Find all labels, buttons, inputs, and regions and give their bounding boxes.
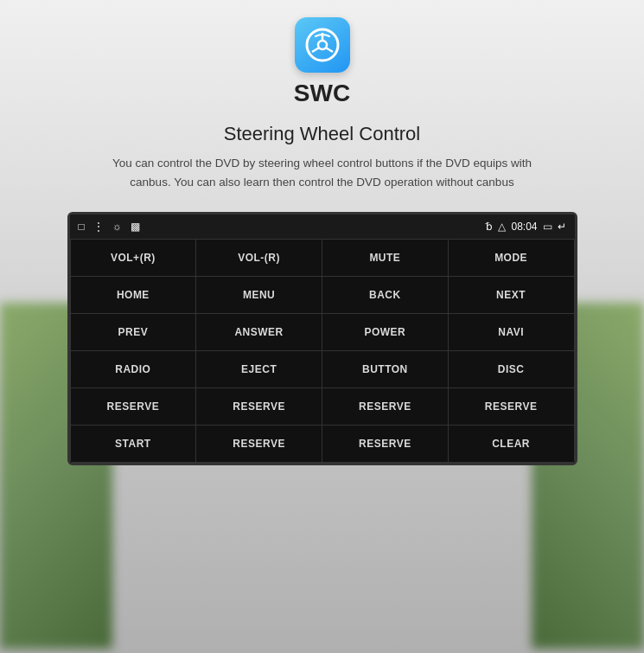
grid-cell-3-0[interactable]: RADIO	[70, 351, 196, 388]
grid-cell-2-3[interactable]: NAVI	[448, 314, 574, 351]
grid-cell-2-1[interactable]: ANSWER	[196, 314, 322, 351]
grid-cell-1-2[interactable]: BACK	[322, 277, 449, 314]
status-bar-left: □ ⋮ ☼ ▩	[79, 221, 140, 233]
screenshot-icon: ▩	[131, 221, 140, 233]
app-icon	[295, 17, 350, 73]
back-icon: ↵	[558, 221, 566, 233]
grid-cell-5-2[interactable]: RESERVE	[322, 426, 449, 463]
device-mockup: □ ⋮ ☼ ▩ ␢ △ 08:04 ▭ ↵ VOL+(R)VOL-(R)MUTE…	[67, 212, 577, 465]
grid-cell-1-0[interactable]: HOME	[70, 277, 196, 314]
app-icon-container	[295, 17, 350, 73]
swc-grid: VOL+(R)VOL-(R)MUTEMODEHOMEMENUBACKNEXTPR…	[70, 239, 575, 463]
home-icon: □	[79, 221, 85, 233]
grid-cell-1-3[interactable]: NEXT	[448, 277, 574, 314]
grid-cell-0-1[interactable]: VOL-(R)	[196, 240, 322, 277]
grid-cell-0-2[interactable]: MUTE	[322, 240, 449, 277]
grid-cell-4-1[interactable]: RESERVE	[196, 388, 322, 426]
grid-cell-3-1[interactable]: EJECT	[196, 351, 322, 388]
status-bar: □ ⋮ ☼ ▩ ␢ △ 08:04 ▭ ↵	[70, 214, 575, 239]
grid-cell-0-3[interactable]: MODE	[448, 240, 574, 277]
time-display: 08:04	[511, 221, 537, 233]
grid-cell-1-1[interactable]: MENU	[196, 277, 322, 314]
grid-cell-2-2[interactable]: POWER	[322, 314, 449, 351]
battery-icon: ▭	[543, 221, 552, 233]
grid-cell-3-2[interactable]: BUTTON	[322, 351, 449, 388]
grid-cell-3-3[interactable]: DISC	[448, 351, 574, 388]
menu-dots-icon: ⋮	[93, 221, 104, 233]
svg-line-3	[312, 48, 319, 53]
grid-cell-2-0[interactable]: PREV	[70, 314, 196, 351]
steering-wheel-icon	[303, 26, 341, 64]
status-bar-right: ␢ △ 08:04 ▭ ↵	[486, 221, 565, 233]
grid-cell-5-1[interactable]: RESERVE	[196, 426, 322, 463]
svg-line-4	[326, 48, 333, 53]
brightness-icon: ☼	[112, 221, 122, 233]
app-title: SWC	[294, 80, 350, 107]
svg-point-1	[318, 41, 327, 49]
page-content: SWC Steering Wheel Control You can contr…	[0, 0, 644, 465]
bluetooth-icon: ␢	[486, 221, 493, 233]
section-heading: Steering Wheel Control	[224, 123, 420, 145]
grid-cell-5-0[interactable]: START	[70, 426, 196, 463]
grid-cell-4-0[interactable]: RESERVE	[70, 388, 196, 426]
signal-icon: △	[498, 221, 506, 233]
grid-cell-0-0[interactable]: VOL+(R)	[70, 240, 196, 277]
grid-cell-4-3[interactable]: RESERVE	[448, 388, 574, 426]
grid-cell-4-2[interactable]: RESERVE	[322, 388, 449, 426]
grid-cell-5-3[interactable]: CLEAR	[448, 426, 574, 463]
section-description: You can control the DVD by steering whee…	[106, 154, 539, 191]
